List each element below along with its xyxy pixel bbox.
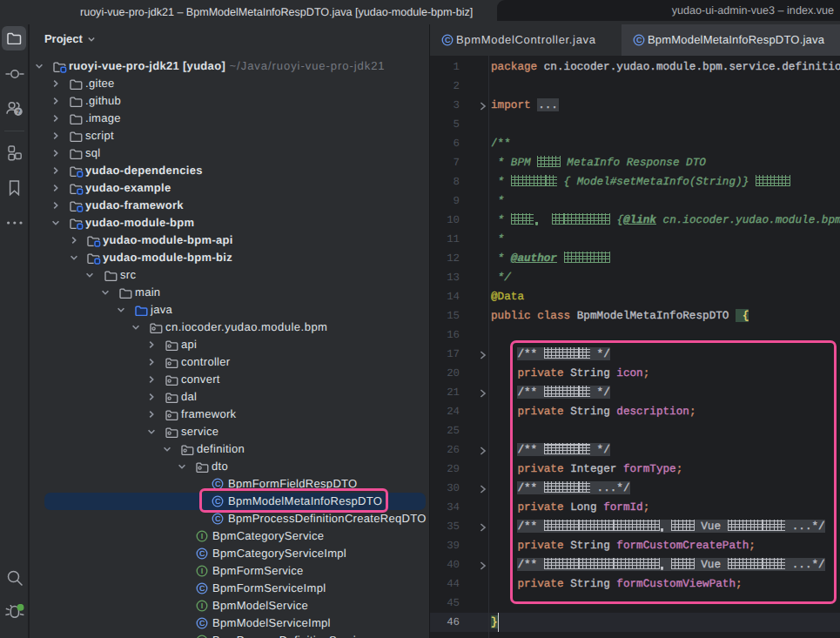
svg-text:C: C (636, 36, 642, 44)
svg-text:C: C (199, 549, 205, 558)
svg-text:I: I (201, 567, 204, 575)
svg-text:I: I (201, 601, 204, 610)
svg-text:C: C (199, 584, 205, 593)
svg-text:C: C (215, 514, 221, 523)
svg-text:C: C (199, 619, 205, 628)
svg-text:I: I (201, 532, 204, 541)
svg-text:C: C (215, 480, 221, 488)
svg-text:C: C (445, 36, 451, 44)
svg-text:?: ? (17, 108, 21, 116)
